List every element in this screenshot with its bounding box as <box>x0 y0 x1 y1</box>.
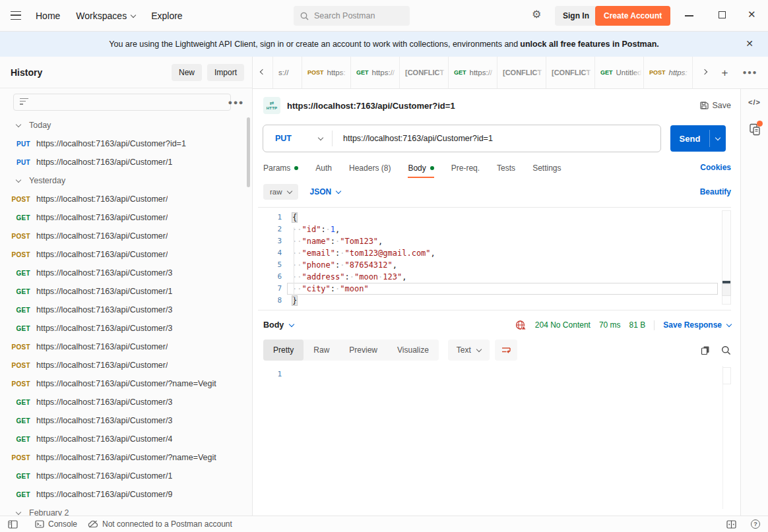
settings-gear-icon[interactable]: ⚙ <box>532 9 541 20</box>
history-item[interactable]: GEThttps://localhost:7163/api/Customer/3 <box>0 264 252 282</box>
history-item[interactable]: POSThttps://localhost:7163/api/Customer/ <box>0 338 252 356</box>
code-snippet-icon[interactable]: </> <box>748 98 761 106</box>
tabs-scroll-left-icon[interactable] <box>253 71 272 74</box>
open-request-tab[interactable]: POSThttps: <box>302 57 351 88</box>
history-group-header[interactable]: Today <box>0 116 252 134</box>
response-line-number: 1 <box>258 366 282 378</box>
history-item[interactable]: POSThttps://localhost:7163/api/Customer/ <box>0 245 252 264</box>
editor-overview-ruler[interactable] <box>722 210 731 305</box>
response-format-select[interactable]: Text <box>448 340 490 361</box>
help-icon[interactable]: ? <box>751 519 760 529</box>
info-panel-icon[interactable] <box>749 123 761 136</box>
open-request-tab[interactable]: [CONFLICT <box>400 57 449 88</box>
nav-home[interactable]: Home <box>36 11 60 21</box>
request-url: https://localhost:7163/api/Customer/ <box>36 194 168 204</box>
tab-method: POST <box>307 69 324 76</box>
window-close-icon[interactable]: ✕ <box>748 9 756 19</box>
create-account-button[interactable]: Create Account <box>595 6 670 26</box>
hamburger-menu-icon[interactable] <box>11 11 21 20</box>
history-item[interactable]: PUThttps://localhost:7163/api/Customer/1 <box>0 153 252 171</box>
request-tab-prereq[interactable]: Pre-req. <box>451 159 480 177</box>
request-tab-tests[interactable]: Tests <box>497 159 515 177</box>
request-url-input[interactable]: https://localhost:7163/api/Customer?id=1 <box>333 134 493 143</box>
history-item[interactable]: GEThttps://localhost:7163/api/Customer/9 <box>0 485 252 504</box>
open-request-tab[interactable]: GEThttps:// <box>351 57 400 88</box>
request-tab-auth[interactable]: Auth <box>315 159 332 177</box>
save-button[interactable]: Save <box>699 101 732 110</box>
import-button[interactable]: Import <box>207 64 244 81</box>
method-selector[interactable]: PUT <box>263 134 332 143</box>
search-response-icon[interactable] <box>721 345 731 355</box>
request-body-editor[interactable]: 1{2··"id":·1,3··"name":·"Tom123",4··"ema… <box>258 207 731 310</box>
toggle-sidebar-icon[interactable] <box>8 520 18 529</box>
view-tab-visualize[interactable]: Visualize <box>387 340 439 361</box>
send-options-icon[interactable] <box>710 125 726 152</box>
tab-options-icon[interactable]: ●●● <box>742 69 757 76</box>
beautify-link[interactable]: Beautify <box>700 187 731 196</box>
open-request-tab[interactable]: [CONFLICT <box>546 57 595 88</box>
response-body[interactable]: 1 <box>258 366 731 516</box>
body-type-select[interactable]: raw <box>263 184 298 200</box>
history-item[interactable]: POSThttps://localhost:7163/api/Customer/ <box>0 227 252 245</box>
wrap-line-toggle[interactable] <box>495 340 517 361</box>
copy-icon[interactable] <box>701 345 710 355</box>
banner-close-icon[interactable]: ✕ <box>746 39 753 48</box>
sign-in-button[interactable]: Sign In <box>555 6 597 26</box>
code-content: { <box>292 212 297 223</box>
response-body-select[interactable]: Body <box>263 320 294 330</box>
new-button[interactable]: New <box>172 64 202 81</box>
view-tab-raw[interactable]: Raw <box>304 340 339 361</box>
history-item[interactable]: POSThttps://localhost:7163/api/Customer/… <box>0 374 252 393</box>
response-status[interactable]: 204 No Content <box>535 320 591 330</box>
history-item[interactable]: GEThttps://localhost:7163/api/Customer/3 <box>0 393 252 411</box>
ssl-error-icon[interactable] <box>515 320 527 330</box>
history-item[interactable]: GEThttps://localhost:7163/api/Customer/1 <box>0 282 252 301</box>
history-item[interactable]: POSThttps://localhost:7163/api/Customer/ <box>0 356 252 374</box>
sidebar-scrollbar[interactable] <box>247 117 250 187</box>
save-response-button[interactable]: Save Response <box>663 320 731 330</box>
history-filter-box[interactable] <box>13 94 231 111</box>
console-button[interactable]: Console <box>35 519 77 529</box>
request-tab-params[interactable]: Params <box>263 159 298 177</box>
connection-status[interactable]: Not connected to a Postman account <box>88 519 232 529</box>
nav-explore[interactable]: Explore <box>151 11 182 21</box>
open-request-tab[interactable]: [CONFLICT <box>497 57 546 88</box>
window-maximize-icon[interactable] <box>719 11 726 18</box>
response-scrollbar[interactable] <box>722 366 731 509</box>
send-button[interactable]: Send <box>670 125 726 152</box>
history-item[interactable]: GEThttps://localhost:7163/api/Customer/3 <box>0 319 252 338</box>
cookies-link[interactable]: Cookies <box>700 163 731 172</box>
body-format-select[interactable]: JSON <box>310 187 341 196</box>
history-group-header[interactable]: February 2 <box>0 504 252 516</box>
open-request-tab[interactable]: POSThttps: <box>644 57 693 88</box>
history-item[interactable]: GEThttps://localhost:7163/api/Customer/ <box>0 208 252 227</box>
history-more-icon[interactable]: ●●● <box>228 99 244 106</box>
open-request-tab[interactable]: GEThttps:// <box>449 57 497 88</box>
line-number: 8 <box>258 295 282 307</box>
request-tab-settings[interactable]: Settings <box>532 159 561 177</box>
history-item[interactable]: GEThttps://localhost:7163/api/Customer/3 <box>0 411 252 430</box>
history-item[interactable]: GEThttps://localhost:7163/api/Customer/4 <box>0 430 252 448</box>
history-item[interactable]: PUThttps://localhost:7163/api/Customer?i… <box>0 134 252 153</box>
open-request-tab[interactable]: s:// <box>273 57 302 88</box>
open-request-tab[interactable]: GETUntitled <box>595 57 644 88</box>
search-input[interactable] <box>314 11 403 20</box>
nav-workspaces[interactable]: Workspaces <box>76 11 135 21</box>
history-group-header[interactable]: Yesterday <box>0 171 252 190</box>
view-tab-pretty[interactable]: Pretty <box>263 340 304 361</box>
new-tab-icon[interactable]: + <box>721 67 728 78</box>
global-search[interactable] <box>294 6 410 26</box>
history-item[interactable]: GEThttps://localhost:7163/api/Customer/1 <box>0 467 252 485</box>
history-item[interactable]: POSThttps://localhost:7163/api/Customer/… <box>0 448 252 467</box>
request-tab-body[interactable]: Body <box>408 159 433 177</box>
tabs-scroll-right-icon[interactable] <box>703 71 707 74</box>
response-size[interactable]: 81 B <box>629 320 646 330</box>
history-filter-input[interactable] <box>34 98 224 107</box>
history-item[interactable]: POSThttps://localhost:7163/api/Customer/ <box>0 190 252 208</box>
request-tab-headers[interactable]: Headers (8) <box>349 159 391 177</box>
response-time[interactable]: 70 ms <box>599 320 621 330</box>
view-tab-preview[interactable]: Preview <box>339 340 387 361</box>
history-item[interactable]: GEThttps://localhost:7163/api/Customer/3 <box>0 301 252 319</box>
split-pane-icon[interactable] <box>726 520 736 529</box>
window-minimize-icon[interactable] <box>685 15 693 16</box>
